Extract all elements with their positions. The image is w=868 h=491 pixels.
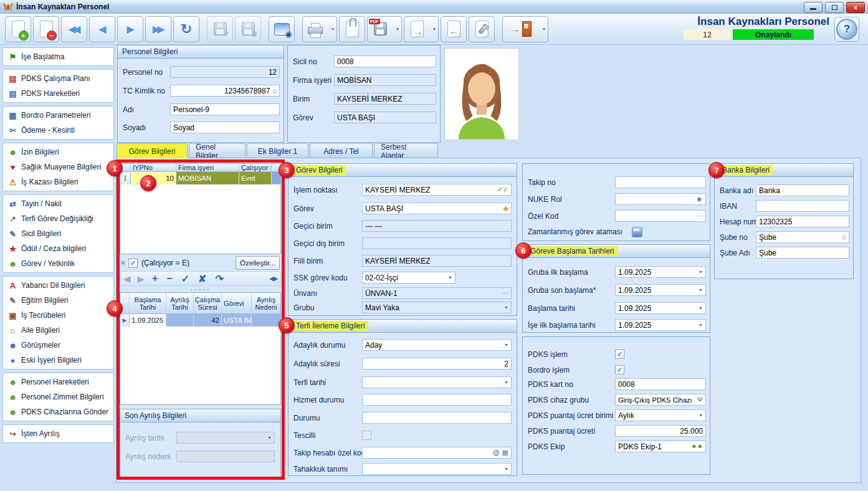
save-button[interactable]: ✓: [207, 16, 233, 42]
sidebar-item-odul-ceza[interactable]: ★Ödül / Ceza bilgileri: [3, 241, 113, 256]
banka-adi-input[interactable]: Banka: [756, 184, 849, 196]
at-icon[interactable]: @: [493, 449, 500, 456]
sidebar-item-gorev-yetkinlik[interactable]: ☻Görev / Yetkinlik: [3, 256, 113, 271]
account-browse-icon[interactable]: ▦: [502, 449, 508, 456]
pdf-export-button[interactable]: PDF: [367, 16, 402, 42]
ellipsis-lookup-icon[interactable]: ···: [696, 212, 703, 219]
cell-calisiyor[interactable]: Evet: [239, 172, 272, 184]
column-header-ayrilis-nedeni[interactable]: Ayrılış Nedeni: [252, 293, 280, 313]
adi-input[interactable]: Personel-9: [170, 103, 280, 115]
column-header-ayrilis-tarihi[interactable]: Ayrılış Tarihi: [166, 293, 194, 313]
adaylik-durumu-dropdown[interactable]: Aday▼: [362, 339, 512, 351]
attachment-button[interactable]: [339, 16, 365, 42]
sidebar-item-aile-bilgileri[interactable]: ⌂Aile Bilgileri: [3, 323, 113, 338]
new-record-button[interactable]: +: [5, 16, 31, 42]
sicil-no-input[interactable]: 0008: [334, 55, 436, 67]
row-selector[interactable]: ▶: [120, 314, 130, 327]
unvani-field[interactable]: ÜNVAN-1···: [362, 287, 512, 299]
tahakkuk-tanimi-dropdown[interactable]: ▼: [362, 463, 512, 475]
sidebar-item-eski-isyeri[interactable]: ●Eski İşyeri Bilgileri: [3, 353, 113, 368]
pdks-puantaj-ucreti-input[interactable]: 25.000: [615, 425, 706, 437]
save-cancel-button[interactable]: ✘: [235, 16, 261, 42]
gruba-son-baslama-dropdown[interactable]: 1.09.2025▼: [615, 284, 706, 296]
bordro-islem-checkbox[interactable]: [615, 365, 624, 374]
sidebar-item-izin-bilgileri[interactable]: ☻İzin Bilgileri: [3, 145, 113, 160]
pdks-ekip-input[interactable]: PDKS Ekip-1☻☻: [615, 441, 706, 452]
tab-serbest-alanlar[interactable]: Serbest Alanlar: [374, 143, 438, 158]
gorev-gecmisi-row[interactable]: ▶ 1.09.2025 42 USTA BAŞI: [120, 314, 280, 327]
zamanlanmis-gorev-button[interactable]: [632, 227, 642, 237]
post-edit-icon[interactable]: ✓: [181, 273, 189, 285]
sidebar-item-pdks-calisma-plani[interactable]: ▤PDKS Çalışma Planı: [3, 71, 113, 86]
ssk-gorev-kodu-dropdown[interactable]: 02-02-İşçi▼: [362, 272, 455, 284]
sube-adi-input[interactable]: Şube: [756, 247, 849, 259]
ise-ilk-baslama-dropdown[interactable]: 1.09.2025▼: [615, 319, 706, 331]
append-row-icon[interactable]: +: [152, 273, 158, 284]
terfi-tarihi-dropdown[interactable]: ▼: [362, 376, 512, 388]
pdks-islem-checkbox[interactable]: [615, 350, 624, 359]
tag-icon[interactable]: ◆: [503, 205, 508, 212]
help-button[interactable]: ?: [834, 17, 859, 42]
chevron-down-icon[interactable]: ▼: [699, 323, 703, 327]
refresh-button[interactable]: ↻: [173, 16, 199, 42]
next-record-button[interactable]: ▶: [117, 16, 143, 42]
nav-prev-icon[interactable]: ◀: [124, 274, 130, 284]
tab-genel-bilgiler[interactable]: Genel Bilgiler: [189, 143, 246, 158]
sidebar-item-pdks-cihazlara-gonder[interactable]: ☻PDKS Cihazlarına Gönder: [3, 404, 113, 419]
chevron-down-icon[interactable]: ▼: [699, 413, 703, 417]
grubu-dropdown[interactable]: Mavi Yaka▼: [362, 302, 512, 313]
sidebar-item-ise-baslatma[interactable]: ⚑İşe Başlatma: [3, 49, 113, 64]
sidebar-item-is-tecrubeleri[interactable]: ▣İş Tecrübeleri: [3, 308, 113, 323]
pdks-cihaz-grubu-input[interactable]: Giriş-Çıkış PDKS CihazıΨ: [615, 394, 706, 406]
revert-button[interactable]: ←: [441, 16, 467, 42]
cancel-edit-icon[interactable]: ✘: [198, 273, 206, 285]
cell-calisma-suresi[interactable]: 42: [194, 314, 222, 327]
filter-active-checkbox[interactable]: [128, 259, 138, 268]
islem-noktasi-input[interactable]: KAYSERİ MERKEZ✓✓: [362, 184, 512, 196]
tab-gorev-bilgileri[interactable]: Görev Bilgileri: [117, 143, 188, 158]
row-selector[interactable]: I: [120, 172, 131, 184]
splitter-handle[interactable]: ·····: [120, 287, 281, 291]
previous-record-button[interactable]: ◀: [89, 16, 115, 42]
tab-ek-bilgiler-1[interactable]: Ek Bilgiler 1: [247, 143, 308, 158]
sidebar-item-pdks-hareketleri[interactable]: ▤PDKS Hareketleri: [3, 86, 113, 101]
chevron-down-icon[interactable]: ▼: [699, 306, 703, 310]
ozel-kod-input[interactable]: ···: [615, 210, 706, 222]
sidebar-item-gorusmeler[interactable]: ☻Görüşmeler: [3, 338, 113, 353]
gruba-ilk-baslama-dropdown[interactable]: 1.09.2025▼: [615, 266, 706, 278]
hesap-num-input[interactable]: 12302325: [756, 216, 849, 227]
sidebar-item-personel-zimmet[interactable]: ☻Personel Zimmet Bilgileri: [3, 389, 113, 404]
nuke-rol-input[interactable]: ☻: [615, 193, 706, 205]
cell-baslama-tarihi[interactable]: 1.09.2025: [130, 314, 166, 327]
cell-ayrilis-nedeni[interactable]: [252, 314, 280, 327]
column-header-baslama-tarihi[interactable]: Başlama Tarihi: [130, 293, 166, 313]
first-record-button[interactable]: ◀◀: [61, 16, 87, 42]
sidebar-item-saglik-muayene[interactable]: ♥Sağlık Muayene Bilgileri: [3, 160, 113, 174]
chevron-down-icon[interactable]: ▼: [504, 380, 508, 384]
government-lookup-icon[interactable]: ⌂: [272, 87, 277, 94]
nav-next-icon[interactable]: ▶: [138, 274, 144, 284]
customize-filter-button[interactable]: Özelleştir...: [236, 256, 280, 270]
tab-adres-tel[interactable]: Adres / Tel: [310, 143, 373, 158]
scroll-pair-icon[interactable]: ◀▶: [269, 275, 278, 282]
team-icon[interactable]: ☻☻: [691, 443, 703, 450]
chevron-down-icon[interactable]: ▼: [504, 343, 508, 347]
ellipsis-lookup-icon[interactable]: ···: [502, 290, 508, 297]
chevron-down-icon[interactable]: ▼: [699, 288, 703, 292]
sube-no-input[interactable]: Şube⌂: [756, 231, 849, 243]
sidebar-item-terfi-gorev[interactable]: ↗Terfi Görev Değişikliği: [3, 211, 113, 226]
sidebar-item-sicil-bilgileri[interactable]: ✎Sicil Bilgileri: [3, 226, 113, 241]
chevron-down-icon[interactable]: ▼: [448, 275, 452, 280]
chevron-down-icon[interactable]: ▼: [504, 305, 508, 310]
sidebar-item-personel-hareketleri[interactable]: ☻Personel Hareketleri: [3, 374, 113, 389]
exit-button[interactable]: →: [502, 16, 548, 42]
sidebar-item-is-kazasi[interactable]: ⚠İş Kazası Bilgileri: [3, 174, 113, 189]
hizmet-durumu-input[interactable]: [362, 394, 512, 406]
cell-gorevi[interactable]: USTA BAŞI: [222, 314, 252, 327]
sidebar-item-bordro-parametreleri[interactable]: ▦Bordro Parametreleri: [3, 108, 113, 123]
cell-firma-isyeri[interactable]: MOBİSAN: [176, 172, 239, 184]
column-header-firma-isyeri[interactable]: Firma işyeri: [176, 164, 239, 171]
column-header-calisma-suresi[interactable]: Çalışma Süresi: [194, 293, 222, 313]
adaylik-suresi-input[interactable]: 2: [362, 358, 512, 369]
refresh-rows-icon[interactable]: ↷: [216, 273, 224, 285]
